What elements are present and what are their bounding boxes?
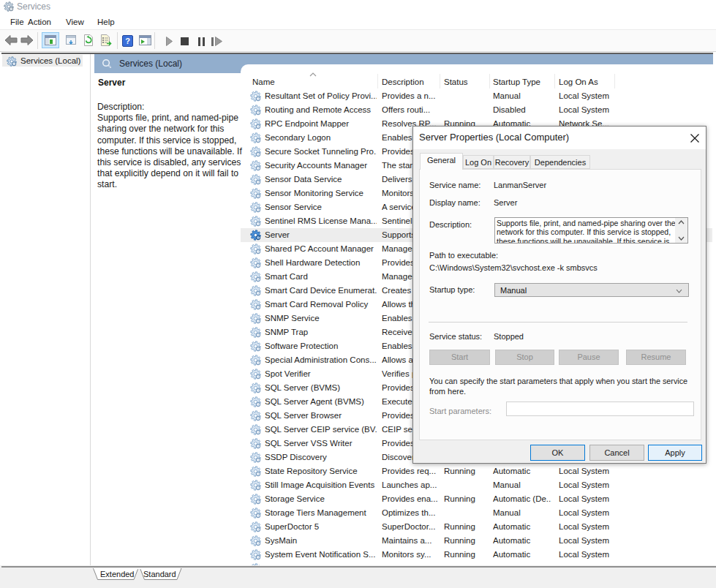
svg-text:Standard: Standard: [143, 570, 176, 578]
svg-text:Extended: Extended: [100, 570, 134, 578]
svg-text:?: ?: [125, 37, 130, 45]
